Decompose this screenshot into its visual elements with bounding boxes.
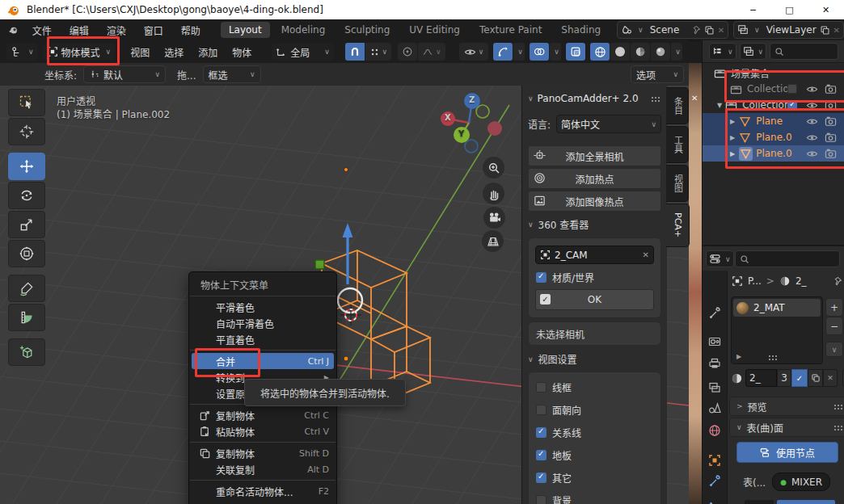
wireframe-checkbox[interactable]: [536, 382, 546, 393]
tool-annotate[interactable]: [8, 275, 45, 302]
drag-handle-icon[interactable]: [833, 425, 844, 430]
mode-dropdown[interactable]: 物体模式 ∨: [43, 43, 116, 61]
unlink-scene-icon[interactable]: ✕: [718, 26, 724, 35]
ok-button[interactable]: ✓ OK: [535, 289, 654, 310]
material-slot-list[interactable]: 2_MAT ▶: [731, 296, 823, 364]
pin-icon[interactable]: [690, 25, 701, 36]
add-slot-button[interactable]: +: [825, 298, 843, 317]
drag-handle-icon[interactable]: [768, 355, 779, 360]
remove-view-layer-icon[interactable]: ✕: [833, 26, 840, 35]
shading-rendered-button[interactable]: [651, 43, 670, 61]
disclosure-open-icon[interactable]: ▼: [717, 102, 722, 109]
overlays-dropdown[interactable]: ∨: [550, 43, 561, 61]
show-visibility-dropdown[interactable]: ∨: [459, 43, 488, 61]
ok-checkbox[interactable]: ✓: [540, 294, 551, 304]
xray-toggle[interactable]: [566, 43, 585, 61]
menu-edit[interactable]: 编辑: [61, 23, 98, 37]
gizmo-dropdown[interactable]: ∨: [513, 43, 525, 61]
menu-select[interactable]: 选择: [157, 45, 191, 59]
menu-item-duplicate-objects[interactable]: 复制物体 Shift D: [189, 445, 336, 461]
close-button[interactable]: ✕: [808, 0, 844, 19]
tab-texture-paint[interactable]: Texture Paint: [471, 22, 550, 38]
tool-rotate[interactable]: [8, 182, 45, 209]
face-orientation-checkbox[interactable]: [536, 405, 546, 415]
tab-modifiers-icon[interactable]: [708, 474, 721, 487]
menu-item-paste-objects[interactable]: 粘贴物体 Ctrl V: [189, 423, 336, 439]
tab-particles-icon[interactable]: [708, 501, 721, 504]
coordinate-dropdown[interactable]: 默认 ∨: [83, 65, 166, 83]
tab-scene-icon[interactable]: [708, 401, 721, 414]
hide-eye-icon[interactable]: [806, 99, 818, 111]
tab-object-icon[interactable]: [708, 454, 721, 467]
shading-wireframe-button[interactable]: [590, 43, 610, 61]
add-image-hotspot-button[interactable]: 添加图像热点: [528, 191, 661, 212]
users-count-button[interactable]: 3: [777, 369, 791, 387]
outliner-row-scene-collection[interactable]: 场景集合: [703, 65, 844, 81]
disable-render-camera-icon[interactable]: [825, 116, 837, 128]
hide-eye-icon[interactable]: [806, 132, 818, 144]
sidebar-tab-item[interactable]: 条目: [666, 87, 689, 124]
outliner-filter-dropdown[interactable]: ∨: [740, 43, 767, 60]
language-dropdown[interactable]: 简体中文 ∨: [556, 115, 661, 133]
include-checkbox[interactable]: [787, 100, 797, 110]
menu-window[interactable]: 窗口: [135, 23, 172, 37]
tool-transform[interactable]: [8, 240, 45, 267]
editor-type-button[interactable]: ∨: [6, 43, 38, 61]
sidebar-tab-pca[interactable]: PCA+: [665, 204, 690, 247]
view-settings-header[interactable]: ∨ 视图设置: [528, 352, 661, 366]
view-layer-name[interactable]: ViewLayer: [763, 24, 817, 36]
tool-add-cube[interactable]: [8, 338, 45, 366]
option-relationship-lines[interactable]: 关系线: [536, 426, 581, 439]
tab-sculpting[interactable]: Sculpting: [336, 22, 398, 38]
menu-view[interactable]: 视图: [123, 45, 157, 59]
new-scene-icon[interactable]: [704, 25, 715, 36]
material-world-checkbox-row[interactable]: 材质/世界: [536, 271, 594, 284]
outliner-row-plane-002-active[interactable]: ▶ Plane.0: [703, 145, 844, 162]
hide-eye-icon[interactable]: [806, 116, 818, 128]
material-world-checkbox[interactable]: [536, 272, 546, 283]
breadcrumb-object-name[interactable]: P...: [748, 275, 762, 287]
menu-item-shade-auto-smooth[interactable]: 自动平滑着色: [189, 315, 336, 331]
surface-panel-header[interactable]: ∨ 表(曲)面: [729, 418, 844, 437]
tool-scale[interactable]: [8, 211, 45, 238]
snap-target-dropdown[interactable]: ∨: [365, 43, 391, 61]
disable-render-camera-icon[interactable]: [825, 83, 837, 95]
pin-icon[interactable]: [832, 276, 842, 287]
exclude-checkbox[interactable]: [787, 84, 797, 94]
floor-checkbox[interactable]: [536, 450, 546, 460]
disable-render-camera-icon[interactable]: [825, 99, 837, 111]
scene-selector[interactable]: ∨ Scene ✕: [617, 21, 728, 39]
material-slot-row[interactable]: 2_MAT: [733, 299, 821, 317]
disclosure-closed-icon[interactable]: ▶: [730, 118, 735, 125]
menu-item-join[interactable]: 合并 Ctrl J: [192, 353, 334, 369]
tab-world-icon[interactable]: [708, 424, 721, 437]
new-material-button[interactable]: [808, 369, 823, 387]
tab-view-layer-icon[interactable]: [708, 381, 721, 394]
material-icon[interactable]: [731, 372, 743, 384]
menu-item-shade-flat[interactable]: 平直着色: [189, 331, 336, 347]
menu-item-copy-objects[interactable]: 复制物体 Ctrl C: [189, 407, 336, 423]
expand-icon[interactable]: ▶: [736, 353, 741, 360]
scene-name[interactable]: Scene: [647, 24, 687, 36]
minimize-button[interactable]: ─: [735, 0, 771, 19]
menu-render[interactable]: 渲染: [98, 23, 135, 37]
camera-view-button[interactable]: [483, 207, 505, 229]
shader-dropdown[interactable]: ● MIXER: [772, 472, 830, 491]
use-nodes-button[interactable]: 使用节点: [736, 442, 838, 463]
disable-render-camera-icon[interactable]: [825, 132, 837, 144]
add-hotspot-button[interactable]: 添加热点: [528, 168, 661, 189]
falloff-dropdown[interactable]: ∨: [418, 43, 445, 61]
drag-handle-icon[interactable]: [833, 404, 844, 410]
properties-editor-type-dropdown[interactable]: ∨: [706, 250, 734, 267]
properties-search-input[interactable]: [735, 250, 840, 267]
hide-eye-icon[interactable]: [806, 148, 818, 160]
sidebar-tab-tool[interactable]: 工具: [666, 126, 689, 163]
tab-shading[interactable]: Shading: [553, 22, 609, 38]
camera-name-field[interactable]: 2_CAM ✕: [535, 246, 654, 264]
option-face-orientation[interactable]: 面朝向: [536, 403, 581, 417]
disable-render-camera-icon[interactable]: [825, 148, 837, 160]
remove-slot-button[interactable]: −: [825, 317, 843, 335]
menu-item-shade-smooth[interactable]: 平滑着色: [189, 299, 336, 315]
zoom-button[interactable]: [483, 157, 504, 178]
tab-uv-editing[interactable]: UV Editing: [401, 22, 468, 38]
